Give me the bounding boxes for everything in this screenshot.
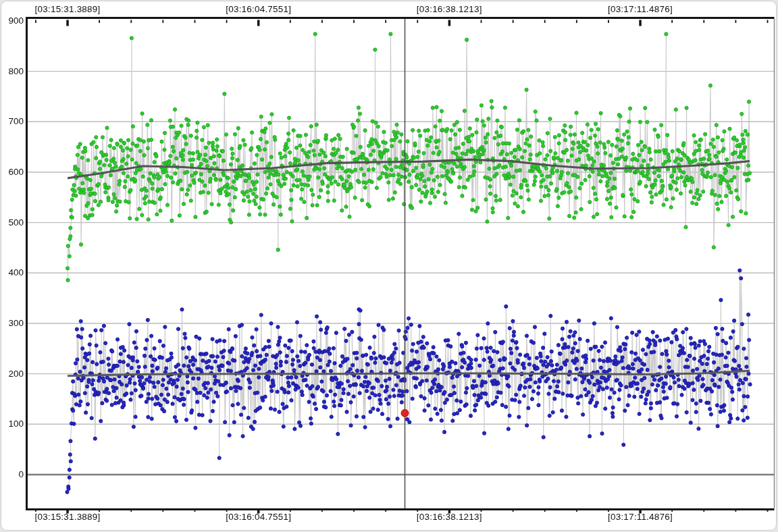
plot-area[interactable] (0, 0, 778, 532)
